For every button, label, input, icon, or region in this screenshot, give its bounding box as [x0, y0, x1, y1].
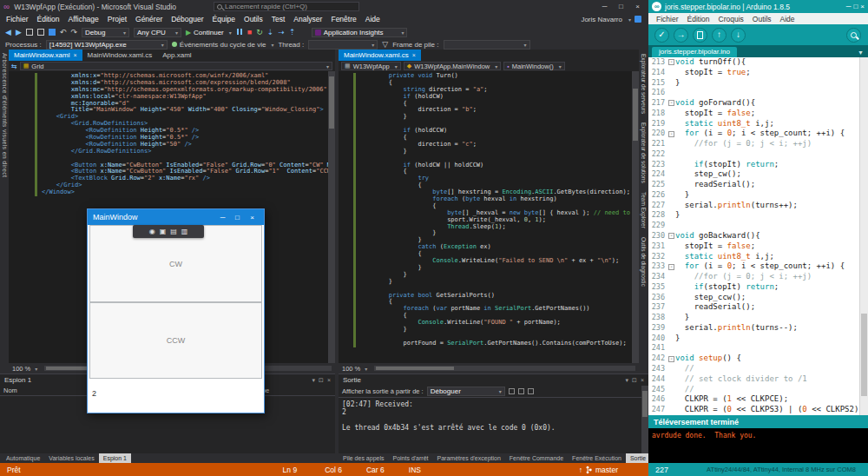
- new-sketch-button[interactable]: [693, 28, 707, 43]
- verify-button[interactable]: ✓: [654, 28, 669, 43]
- output-text[interactable]: [02:47] Received:2Le thread 0x4b34 s'est…: [339, 399, 641, 453]
- menu-test[interactable]: Test: [267, 13, 290, 25]
- vertical-scrollbar[interactable]: [641, 386, 648, 453]
- minimize-button[interactable]: ─: [597, 2, 612, 12]
- scrollbar-thumb[interactable]: [861, 314, 867, 396]
- code-line[interactable]: 226 }: [648, 190, 868, 201]
- close-tab-icon[interactable]: ×: [412, 52, 416, 58]
- menu-edition[interactable]: Édition: [683, 15, 714, 23]
- panel-tab-fenetre-execution[interactable]: Fenêtre Exécution: [568, 453, 626, 463]
- tab-mainwindow-xaml-cs[interactable]: MainWindow.xaml.cs×: [339, 50, 421, 61]
- code-line[interactable]: 215}: [648, 78, 868, 89]
- vertical-scrollbar[interactable]: [859, 57, 868, 415]
- code-line[interactable]: 230-void goBackward(){: [648, 231, 868, 241]
- code-line[interactable]: 235 if(stopIt) return;: [648, 282, 868, 293]
- wpf-maximize-button[interactable]: □: [231, 214, 244, 221]
- code-line[interactable]: 216: [648, 88, 868, 98]
- code-line[interactable]: 246 CLKPR = (1 << CLKPCE);: [648, 394, 868, 405]
- signed-in-user[interactable]: Joris Navarro: [581, 16, 622, 23]
- goto-live-visual-tree-icon[interactable]: ◉: [149, 228, 155, 235]
- breadcrumb-w13wpfapp[interactable]: ▦W13WpfApp▾: [341, 62, 401, 70]
- code-line[interactable]: </Window>: [42, 189, 328, 196]
- wpf-app-window[interactable]: MainWindow ─ □ × ◉ ▣ ▤ ▥ CW CCW 2: [87, 208, 265, 413]
- code-line[interactable]: 239 serial.println(turns--);: [648, 323, 868, 334]
- menu-outils[interactable]: Outils: [240, 13, 267, 25]
- close-button[interactable]: ×: [860, 3, 865, 10]
- breadcrumb-w13wpfapp-mainwindow[interactable]: ◆W13WpfApp.MainWindow▾: [404, 62, 502, 70]
- window-position-icon[interactable]: ▾: [312, 377, 316, 384]
- display-layout-adorners-icon[interactable]: ▤: [170, 228, 177, 235]
- panel-tab-variables-locales[interactable]: Variables locales: [44, 453, 98, 463]
- output-source-dropdown[interactable]: Déboguer▾: [427, 387, 505, 396]
- side-tab-explorateur-de-solutions[interactable]: Explorateur de solutions: [641, 122, 647, 183]
- clear-all-icon[interactable]: [518, 388, 524, 394]
- output-panel-header[interactable]: Sortie ▾ ⊡ ×: [339, 374, 648, 386]
- vertical-scrollbar[interactable]: [328, 71, 335, 363]
- code-line[interactable]: 214 stopIt = true;: [648, 68, 868, 78]
- stack-frame-dropdown[interactable]: ▾: [444, 40, 530, 50]
- quick-launch-search[interactable]: [214, 2, 359, 11]
- code-line[interactable]: 217-void goForward(){: [648, 98, 868, 109]
- quick-launch-input[interactable]: [225, 3, 346, 10]
- ccw-button[interactable]: CCW: [89, 302, 262, 379]
- close-panel-icon[interactable]: ×: [641, 377, 644, 384]
- close-button[interactable]: ×: [630, 2, 645, 12]
- code-line[interactable]: 233- for (i = 0; i < step_count; ++i) {: [648, 261, 868, 272]
- tab-menu-icon[interactable]: ▼: [858, 50, 864, 57]
- menu-generer[interactable]: Générer: [131, 13, 167, 25]
- zoom-level[interactable]: 100 %: [12, 365, 30, 373]
- step-out-icon[interactable]: ⇡: [289, 29, 296, 36]
- panel-tab-fenetre-commande[interactable]: Fenêtre Commande: [505, 453, 568, 463]
- menu-equipe[interactable]: Équipe: [208, 13, 240, 25]
- code-line[interactable]: 238 }: [648, 313, 868, 323]
- wpf-close-button[interactable]: ×: [246, 214, 259, 221]
- menu-outils[interactable]: Outils: [748, 15, 776, 23]
- new-file-icon[interactable]: [26, 29, 33, 36]
- code-line[interactable]: 227 serial.println(turns++);: [648, 201, 868, 211]
- step-into-icon[interactable]: ⇣: [267, 29, 274, 36]
- code-line[interactable]: 231 stopIt = false;: [648, 241, 868, 252]
- code-line[interactable]: 224 step_cw();: [648, 169, 868, 180]
- document-outline-icon[interactable]: ⇆: [11, 63, 17, 70]
- fold-collapse-icon[interactable]: -: [668, 59, 674, 65]
- fold-collapse-icon[interactable]: -: [668, 264, 674, 270]
- menu-affichage[interactable]: Affichage: [64, 13, 103, 25]
- code-line[interactable]: private void Turn(): [359, 73, 632, 80]
- code-line[interactable]: 240}: [648, 334, 868, 344]
- tab-mainwindow-xaml-cs[interactable]: MainWindow.xaml.cs: [82, 50, 158, 61]
- panel-tab-points-d-arret[interactable]: Points d'arrêt: [388, 453, 432, 463]
- user-menu-caret-icon[interactable]: ▾: [628, 17, 631, 23]
- step-over-icon[interactable]: ⇢: [278, 29, 285, 36]
- code-line[interactable]: 221 //for (j = 0; j < i; ++j): [648, 139, 868, 149]
- save-icon[interactable]: [49, 29, 56, 36]
- code-line[interactable]: private bool GetSerialPorts(): [359, 293, 632, 300]
- vs-titlebar[interactable]: ∞ W13WpfApp (Exécution) - Microsoft Visu…: [0, 0, 648, 13]
- redo-icon[interactable]: ↷: [70, 29, 77, 36]
- maximize-button[interactable]: □: [614, 2, 628, 12]
- code-line[interactable]: 229: [648, 221, 868, 231]
- open-file-icon[interactable]: [37, 29, 44, 36]
- menu-fichier[interactable]: Fichier: [652, 15, 683, 23]
- code-line[interactable]: 219 static uint8_t i,j;: [648, 119, 868, 129]
- window-position-icon[interactable]: ▾: [626, 377, 629, 384]
- code-line[interactable]: 232 static uint8_t i,j;: [648, 252, 868, 262]
- menu-projet[interactable]: Projet: [103, 13, 131, 25]
- filter-icon[interactable]: ▽: [382, 41, 388, 49]
- code-line[interactable]: }: [359, 327, 632, 334]
- serial-monitor-button[interactable]: [846, 28, 861, 43]
- element-breadcrumb-dropdown[interactable]: ▦ Grid ▾: [20, 62, 332, 70]
- wpf-minimize-button[interactable]: ─: [216, 214, 229, 221]
- menu-deboguer[interactable]: Déboguer: [167, 13, 207, 25]
- pin-icon[interactable]: ⊡: [632, 377, 637, 384]
- fold-collapse-icon[interactable]: -: [668, 131, 674, 137]
- source-control-status[interactable]: ↑ master: [579, 466, 618, 474]
- live-visual-tree-side-tab[interactable]: Arborescence d'éléments visuels en direc…: [0, 50, 9, 374]
- arduino-code-editor[interactable]: 213-void turnOff(){214 stopIt = true;215…: [648, 57, 868, 415]
- vertical-scrollbar[interactable]: [632, 71, 639, 363]
- menu-fenetre[interactable]: Fenêtre: [326, 13, 360, 25]
- undo-icon[interactable]: ↶: [60, 29, 67, 36]
- pin-icon[interactable]: ⊡: [319, 377, 324, 384]
- code-line[interactable]: }: [359, 279, 632, 286]
- panel-tab-sortie[interactable]: Sortie: [626, 453, 648, 463]
- code-line[interactable]: 241: [648, 343, 868, 354]
